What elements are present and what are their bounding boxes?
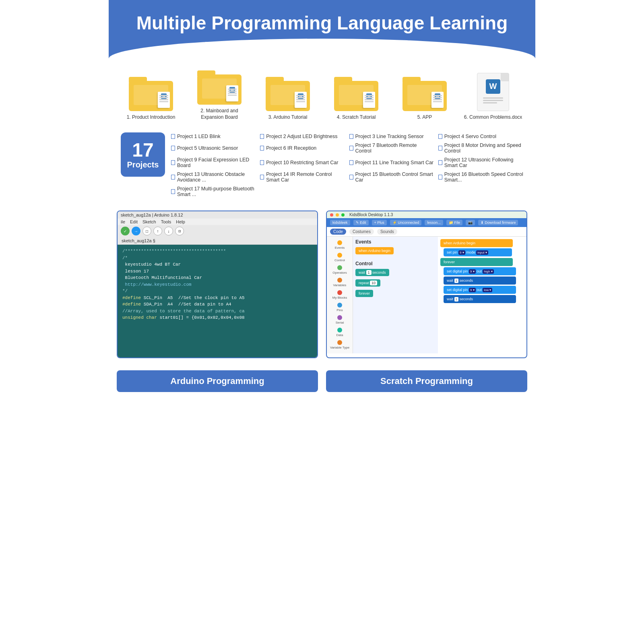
scratch-programming-label: Scratch Programming xyxy=(326,370,527,392)
kb-script-wait2[interactable]: wait 1 seconds xyxy=(444,295,516,303)
kb-script-wait1[interactable]: wait 1 seconds xyxy=(444,277,516,285)
kb-sidebar-serial[interactable]: Serial xyxy=(327,314,353,326)
menu-tools[interactable]: Tools xyxy=(161,219,171,224)
project-label: Project 6 IR Reception xyxy=(266,145,316,151)
folder-item-6[interactable]: W 6. Common Problems.docx xyxy=(463,73,523,121)
kb-sidebar-events[interactable]: Events xyxy=(327,239,353,251)
kb-sidebar-data[interactable]: Data xyxy=(327,326,353,339)
projects-label: Projects xyxy=(127,161,159,169)
kb-block-repeat[interactable]: repeat 10 xyxy=(355,279,380,287)
projects-list: Project 1 LED Blink Project 2 Adjust LED… xyxy=(171,132,523,198)
folder-icon-5: W xyxy=(402,77,447,111)
kb-close-dot xyxy=(330,213,333,217)
folder-item-2[interactable]: W 2. Mainboard and Expansion Board xyxy=(189,70,250,120)
tab-sounds[interactable]: Sounds xyxy=(377,229,397,235)
kb-min-dot xyxy=(336,213,339,217)
project-item-3: Project 3 Line Tracking Sensor xyxy=(349,132,434,140)
project-icon xyxy=(349,175,353,180)
kb-control-heading: Control xyxy=(355,261,436,266)
folder-item-3[interactable]: W 3. Arduino Tutorial xyxy=(258,77,318,121)
kb-script-digital-low[interactable]: set digital pin 9 ▾ out low ▾ xyxy=(444,286,516,294)
projects-section: 17 Projects Project 1 LED Blink Project … xyxy=(109,128,535,206)
open-button[interactable]: ↑ xyxy=(153,227,162,235)
project-item-7: Project 7 Bluetooth Remote Control xyxy=(349,141,434,155)
projects-badge: 17 Projects xyxy=(121,132,165,177)
folder-label-6: 6. Common Problems.docx xyxy=(464,114,522,121)
folder-item-1[interactable]: W 1. Product Introduction xyxy=(121,77,181,121)
serial-monitor-button[interactable]: ⊡ xyxy=(175,227,184,235)
kb-script-digital-high[interactable]: set digital pin 9 ▾ out high ▾ xyxy=(444,267,516,275)
menu-help[interactable]: Help xyxy=(176,219,185,224)
kb-wait-block[interactable]: wait 1 seconds xyxy=(355,269,436,278)
folder-item-4[interactable]: W 4. Scratch Tutorial xyxy=(326,77,386,121)
new-button[interactable]: □ xyxy=(142,227,151,235)
kb-nav-download[interactable]: ⬇ Download firmware xyxy=(478,220,518,225)
folder-item-5[interactable]: W 5. APP xyxy=(394,77,455,121)
save-button[interactable]: ↓ xyxy=(164,227,173,235)
data-label: Data xyxy=(336,333,343,337)
myblocks-icon xyxy=(337,290,342,295)
kb-sidebar-variables[interactable]: Variables xyxy=(327,276,353,289)
arduino-ide-panel: sketch_aug12a | Arduino 1.8.12 ile Edit … xyxy=(117,211,318,358)
serial-icon xyxy=(337,315,342,320)
variables-icon xyxy=(337,278,342,283)
menu-sketch[interactable]: Sketch xyxy=(142,219,156,224)
operators-label: Operators xyxy=(332,271,347,275)
kb-sidebar-myblocks[interactable]: My Blocks xyxy=(327,289,353,301)
kb-max-dot xyxy=(341,213,345,217)
verify-button[interactable]: ✓ xyxy=(121,227,130,235)
kb-repeat-block[interactable]: repeat 10 xyxy=(355,279,436,288)
kidsblock-title: KidsBlock Desktop 1.1.3 xyxy=(349,213,393,217)
kb-forever-block[interactable]: forever xyxy=(355,290,436,299)
kb-sidebar-control[interactable]: Control xyxy=(327,251,353,264)
filename-label: sketch_aug12a § xyxy=(122,238,155,243)
word-doc-lines xyxy=(483,96,503,105)
project-label: Project 15 Bluetooth Control Smart Car xyxy=(355,171,434,183)
arduino-code-area[interactable]: /************************************** … xyxy=(118,245,317,357)
kb-nav-file[interactable]: 📁 File xyxy=(446,220,462,225)
kb-setpin-block[interactable]: set pin 9 ▾ mode input ▾ xyxy=(444,248,512,256)
tab-costumes[interactable]: Costumes xyxy=(349,229,374,235)
kb-nav-unconnected[interactable]: ⚡ Unconnected xyxy=(390,220,422,225)
kb-nav-edit[interactable]: ✎ Edit xyxy=(353,220,369,225)
project-icon xyxy=(260,175,264,180)
project-item-12: Project 12 Ultrasonic Following Smart Ca… xyxy=(438,156,523,169)
events-icon xyxy=(337,240,342,245)
project-icon xyxy=(260,160,264,165)
operators-icon xyxy=(337,265,342,270)
kidsblock-titlebar: KidsBlock Desktop 1.1.3 xyxy=(327,211,526,218)
kidsblock-body: Events Control Operators Variables My Bl… xyxy=(327,237,526,353)
kb-block-when-arduino[interactable]: when Arduino begin xyxy=(355,247,394,254)
kb-when-arduino-block[interactable]: when Arduino begin xyxy=(355,247,436,256)
menu-edit[interactable]: Edit xyxy=(130,219,138,224)
project-item-6: Project 6 IR Reception xyxy=(260,141,345,155)
kb-script-indented: set pin 9 ▾ mode input ▾ xyxy=(444,248,524,256)
folder-label-3: 3. Arduino Tutorial xyxy=(268,114,308,121)
kb-sidebar-pins[interactable]: Pins xyxy=(327,301,353,314)
upload-button[interactable]: → xyxy=(132,227,140,235)
pins-icon xyxy=(337,303,342,308)
arduino-filename: sketch_aug12a § xyxy=(118,237,317,245)
kb-control-heading-area: Control wait 1 seconds repeat 10 forever xyxy=(355,261,436,299)
kb-script-when-arduino[interactable]: when Arduino begin xyxy=(440,239,513,247)
tab-code[interactable]: Code xyxy=(330,229,346,235)
project-label: Project 1 LED Blink xyxy=(177,134,221,139)
project-item-16: Project 16 Bluetooth Speed Control Smart… xyxy=(438,170,523,184)
kb-nav-camera[interactable]: 📷 xyxy=(466,220,475,225)
kb-sidebar-vartype[interactable]: Variable Type xyxy=(327,339,353,351)
bottom-labels: Arduino Programming Scratch Programming xyxy=(109,366,535,400)
folder-icon-4: W xyxy=(334,77,378,111)
project-label: Project 7 Bluetooth Remote Control xyxy=(355,142,434,154)
kb-sidebar-operators[interactable]: Operators xyxy=(327,264,353,276)
variables-label: Variables xyxy=(333,283,347,287)
project-item-14: Project 14 IR Remote Control Smart Car xyxy=(260,170,345,184)
vartype-label: Variable Type xyxy=(330,346,349,349)
kb-nav-plus[interactable]: + Plus xyxy=(372,220,387,225)
kb-block-wait[interactable]: wait 1 seconds xyxy=(355,269,389,276)
project-item-13: Project 13 Ultrasonic Obstacle Avoidance… xyxy=(171,170,256,184)
kb-block-forever[interactable]: forever xyxy=(355,290,373,297)
menu-file[interactable]: ile xyxy=(121,219,125,224)
kb-script-forever[interactable]: forever xyxy=(440,258,513,266)
project-item-5: Project 5 Ultrasonic Sensor xyxy=(171,141,256,155)
project-label: Project 2 Adjust LED Brightness xyxy=(266,134,337,139)
